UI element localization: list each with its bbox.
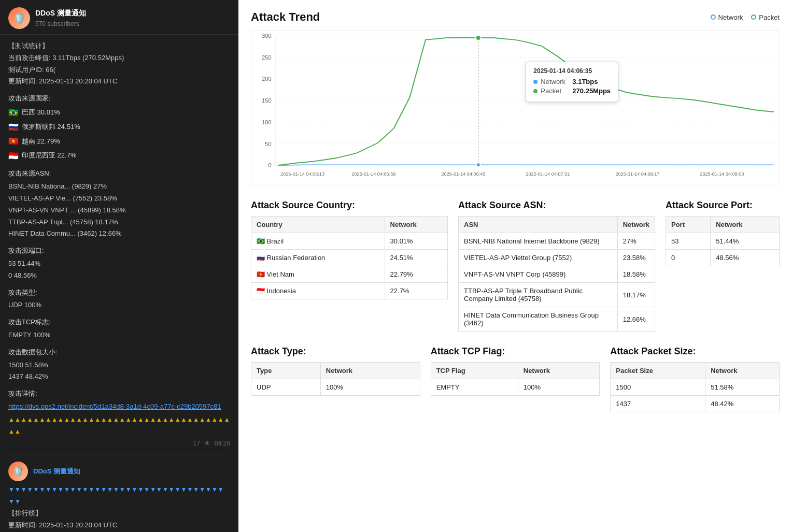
svg-text:150: 150	[262, 97, 272, 104]
size-section-label: 攻击数据包大小:	[8, 347, 230, 358]
network-cell: 30.01%	[385, 233, 447, 250]
country-table: Country Network 🇧🇷 Brazil30.01%🇷🇺 Russia…	[251, 216, 448, 299]
table-row: 🇻🇳 Viet Nam22.79%	[251, 266, 448, 283]
asn-2: VIETEL-AS-AP Vie... (7552) 23.58%	[8, 193, 230, 204]
size-col-header: Packet Size	[611, 363, 705, 379]
tcp-section-label: 攻击TCP标志:	[8, 317, 230, 328]
network-cell: 100%	[320, 379, 420, 396]
tcp-col-header: TCP Flag	[431, 363, 518, 379]
peak-value: 当前攻击峰值: 3.11Tbps (270.52Mpps)	[8, 53, 230, 64]
message2-avatar: 🛡️	[8, 462, 28, 481]
country-section-label: 攻击来源国家:	[8, 93, 230, 104]
svg-point-22	[476, 35, 481, 40]
asn-cell: VIETEL-AS-AP Viettel Group (7552)	[459, 250, 618, 266]
tcp-table-section: Attack TCP Flag: TCP Flag Network EMPTY1…	[431, 346, 600, 412]
table-row: BSNL-NIB National Internet Backbone (982…	[459, 233, 655, 250]
svg-point-23	[476, 163, 480, 167]
sidebar: 🛡️ DDoS 测量通知 570 subscribers 【测试统计】 当前攻击…	[0, 0, 238, 532]
table-row: 5351.44%	[666, 233, 780, 250]
tcp-table-title: Attack TCP Flag:	[431, 346, 600, 357]
message2-channel-name: DDoS 测量通知	[33, 466, 80, 477]
flag-vietnam: 🇻🇳	[8, 135, 19, 148]
tcp-network-header: Network	[518, 363, 600, 379]
flag-russia: 🇷🇺	[8, 121, 19, 134]
network-dot	[711, 15, 716, 20]
attack-type: UDP 100%	[8, 300, 230, 311]
table-row: 150051.58%	[611, 379, 780, 396]
table-row: VIETEL-AS-AP Viettel Group (7552)23.58%	[459, 250, 655, 266]
network-cell: 18.17%	[617, 283, 655, 307]
chart-svg: 300 250 200 150 100 50 0 2025-01-14 04:0…	[251, 31, 779, 185]
svg-text:2025-01-14 04:08:17: 2025-01-14 04:08:17	[615, 171, 659, 177]
svg-text:2025-01-14 04:06:45: 2025-01-14 04:06:45	[441, 171, 485, 177]
chart-header: Attack Trend Network Packet	[251, 10, 780, 24]
size-table: Packet Size Network 150051.58%143748.42%	[610, 362, 780, 412]
table-row: 🇷🇺 Russian Federation24.51%	[251, 250, 448, 266]
asn-table-title: Attack Source ASN:	[458, 200, 655, 211]
legend-network: Network	[711, 13, 743, 21]
port-1: 53 51.44%	[8, 258, 230, 269]
triangles-row2: ▲▲	[8, 427, 230, 436]
type-table: Type Network UDP100%	[251, 362, 420, 396]
packet-dot	[751, 15, 756, 20]
asn-col-header: ASN	[459, 217, 618, 233]
port-table-section: Attack Source Port: Port Network 5351.44…	[666, 200, 780, 332]
asn-cell: TTBP-AS-AP Triple T Broadband Public Com…	[459, 283, 618, 307]
type-cell: UDP	[251, 379, 321, 396]
message1-content: 【测试统计】 当前攻击峰值: 3.11Tbps (270.52Mpps) 测试用…	[0, 35, 238, 532]
size-2: 1437 48.42%	[8, 371, 230, 382]
message1-count: 17	[193, 439, 200, 449]
network-cell: 48.56%	[711, 250, 780, 266]
country-table-section: Attack Source Country: Country Network 🇧…	[251, 200, 448, 332]
triangles-down2: ▼▼	[8, 497, 230, 506]
asn-cell: BSNL-NIB National Internet Backbone (982…	[459, 233, 618, 250]
type-network-header: Network	[320, 363, 420, 379]
detail-section-label: 攻击详情:	[8, 389, 230, 399]
asn-section-label: 攻击来源ASN:	[8, 168, 230, 179]
size-network-header: Network	[705, 363, 780, 379]
legend-network-label: Network	[718, 13, 743, 21]
table-row: UDP100%	[251, 379, 420, 396]
svg-text:50: 50	[265, 141, 271, 147]
port-2: 0 48.56%	[8, 270, 230, 281]
type-section-label: 攻击类型:	[8, 287, 230, 298]
network-cell: 18.58%	[617, 266, 655, 283]
asn-cell: HINET Data Communication Business Group …	[459, 307, 618, 332]
triangles-row: ▲▲▲▲▲▲▲▲▲▲▲▲▲▲▲▲▲▲▲▲▲▲▲▲▲▲▲▲▲▲▲▲▲▲▲▲	[8, 415, 230, 424]
country-item: 🇧🇷 巴西 30.01%	[8, 106, 230, 120]
country-table-title: Attack Source Country:	[251, 200, 448, 211]
attack-trend-section: Attack Trend Network Packet	[251, 10, 780, 185]
first-tables-row: Attack Source Country: Country Network 🇧…	[251, 200, 780, 332]
sidebar-header-info: DDoS 测量通知 570 subscribers	[35, 7, 86, 29]
port-cell: 53	[666, 233, 711, 250]
update-time: 更新时间: 2025-01-13 20:20:04 UTC	[8, 76, 230, 87]
table-row: 048.56%	[666, 250, 780, 266]
country-cell: 🇧🇷 Brazil	[251, 233, 385, 250]
network-cell: 27%	[617, 233, 655, 250]
type-table-section: Attack Type: Type Network UDP100%	[251, 346, 420, 412]
tcp-flag: EMPTY 100%	[8, 330, 230, 341]
table-row: 🇧🇷 Brazil30.01%	[251, 233, 448, 250]
svg-text:0: 0	[268, 162, 271, 168]
country-russia: 俄罗斯联邦 24.51%	[22, 122, 80, 133]
main-panel: Attack Trend Network Packet	[238, 0, 792, 532]
table-row: EMPTY100%	[431, 379, 600, 396]
flag-brazil: 🇧🇷	[8, 106, 19, 120]
port-network-header: Network	[711, 217, 780, 233]
network-cell: 100%	[518, 379, 600, 396]
asn-network-header: Network	[617, 217, 655, 233]
country-network-header: Network	[385, 217, 447, 233]
port-cell: 0	[666, 250, 711, 266]
country-cell: 🇷🇺 Russian Federation	[251, 250, 385, 266]
table-row: HINET Data Communication Business Group …	[459, 307, 655, 332]
table-row: VNPT-AS-VN VNPT Corp (45899)18.58%	[459, 266, 655, 283]
svg-text:2025-01-14 04:07:31: 2025-01-14 04:07:31	[526, 171, 570, 177]
incident-link[interactable]: https://dvs.ops2.net/incident/5d1a34d8-3…	[8, 402, 221, 410]
chart-legend: Network Packet	[711, 13, 780, 21]
svg-text:2025-01-14 04:05:13: 2025-01-14 04:05:13	[280, 171, 324, 177]
network-cell: 12.66%	[617, 307, 655, 332]
sidebar-header: 🛡️ DDoS 测量通知 570 subscribers	[0, 0, 238, 35]
svg-text:100: 100	[262, 119, 272, 125]
country-item: 🇻🇳 越南 22.79%	[8, 135, 230, 148]
type-col-header: Type	[251, 363, 321, 379]
